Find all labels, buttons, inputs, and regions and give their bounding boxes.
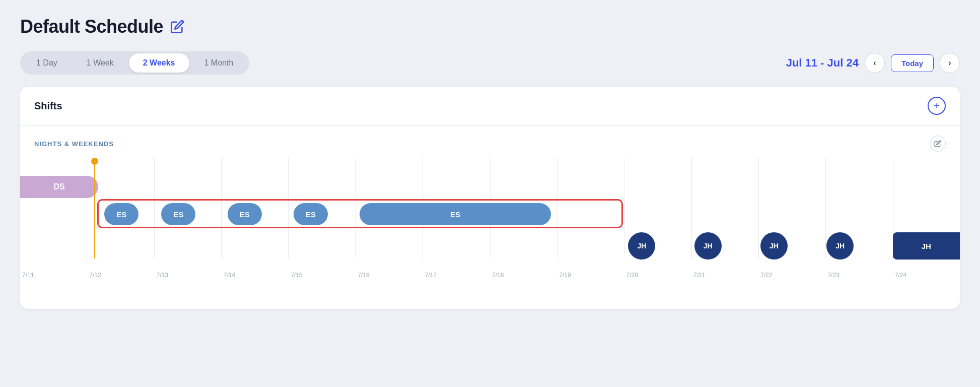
- jh-pill-3[interactable]: JH: [826, 232, 854, 260]
- es-pill-2[interactable]: ES: [228, 203, 262, 225]
- shifts-title: Shifts: [34, 100, 62, 112]
- tab-1day[interactable]: 1 Day: [22, 53, 72, 73]
- date-label-5: 7/16: [356, 272, 423, 279]
- section-title: NIGHTS & WEEKENDS: [34, 140, 114, 148]
- shifts-header: Shifts +: [20, 87, 960, 125]
- grid-line-0: [20, 158, 87, 259]
- timeline-grid: DS ES ES ES ES ES JH JH JH: [20, 158, 960, 279]
- es-pill-0[interactable]: ES: [104, 203, 138, 225]
- date-range-label: Jul 11 - Jul 24: [786, 56, 859, 70]
- jh-pill-1[interactable]: JH: [694, 232, 722, 260]
- es-pill-1[interactable]: ES: [161, 203, 195, 225]
- date-labels-row: 7/11 7/12 7/13 7/14 7/15 7/16 7/17 7/18 …: [20, 272, 960, 279]
- next-button[interactable]: ›: [940, 53, 960, 73]
- date-nav: Jul 11 - Jul 24 ‹ Today ›: [786, 53, 960, 73]
- date-label-2: 7/13: [155, 272, 222, 279]
- schedule-body: NIGHTS & WEEKENDS: [20, 125, 960, 309]
- schedule-card: Shifts + NIGHTS & WEEKENDS: [20, 87, 960, 309]
- es-pill-wide[interactable]: ES: [360, 203, 551, 225]
- tab-1week[interactable]: 1 Week: [73, 53, 128, 73]
- date-label-7: 7/18: [490, 272, 557, 279]
- edit-icon[interactable]: [170, 20, 184, 34]
- timeline-area: DS ES ES ES ES ES JH JH JH: [20, 158, 960, 309]
- ds-shift-pill[interactable]: DS: [20, 176, 98, 198]
- grid-line-8: [557, 158, 624, 259]
- add-shift-button[interactable]: +: [928, 97, 946, 115]
- toolbar: 1 Day 1 Week 2 Weeks 1 Month Jul 11 - Ju…: [20, 51, 960, 75]
- date-label-9: 7/20: [624, 272, 691, 279]
- date-label-11: 7/22: [758, 272, 825, 279]
- date-label-0: 7/11: [20, 272, 87, 279]
- today-marker-dot: [91, 158, 98, 165]
- view-tabs: 1 Day 1 Week 2 Weeks 1 Month: [20, 51, 249, 75]
- date-label-13: 7/24: [893, 272, 960, 279]
- today-marker-line: [94, 158, 95, 259]
- date-label-8: 7/19: [557, 272, 624, 279]
- today-button[interactable]: Today: [891, 54, 934, 72]
- tab-1month[interactable]: 1 Month: [190, 53, 248, 73]
- jh-pill-2[interactable]: JH: [760, 232, 788, 260]
- date-label-1: 7/12: [87, 272, 154, 279]
- page-title: Default Schedule: [20, 16, 163, 37]
- date-label-6: 7/17: [423, 272, 490, 279]
- page-header: Default Schedule: [20, 16, 960, 37]
- jh-pill-wide[interactable]: JH: [893, 232, 960, 260]
- page-container: Default Schedule 1 Day 1 Week 2 Weeks 1 …: [20, 16, 960, 309]
- edit-section-button[interactable]: [930, 136, 946, 152]
- date-label-12: 7/23: [825, 272, 892, 279]
- date-label-4: 7/15: [289, 272, 356, 279]
- es-pill-3[interactable]: ES: [294, 203, 328, 225]
- prev-button[interactable]: ‹: [865, 53, 885, 73]
- tab-2weeks[interactable]: 2 Weeks: [129, 53, 189, 73]
- date-label-10: 7/21: [691, 272, 758, 279]
- date-label-3: 7/14: [222, 272, 289, 279]
- section-header: NIGHTS & WEEKENDS: [20, 136, 960, 158]
